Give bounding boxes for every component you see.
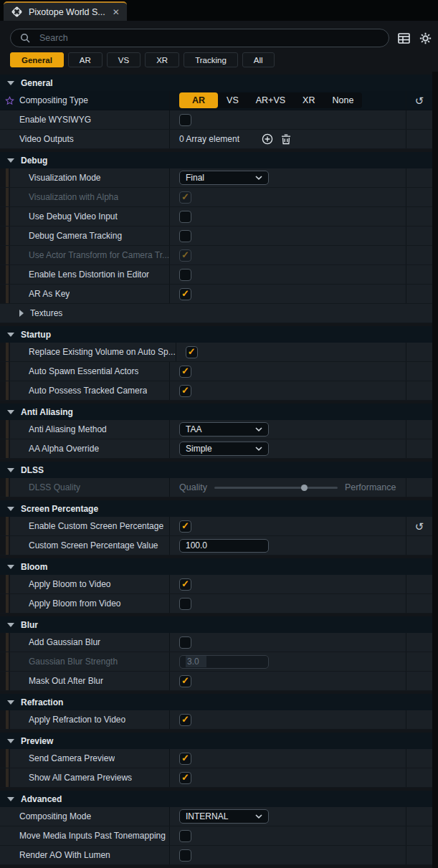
reset-cell (406, 130, 432, 148)
reset-cell: ↺ (406, 91, 432, 110)
value-cell: ✓ (170, 768, 406, 787)
document-tab[interactable]: Pixotope World S... ✕ (4, 1, 127, 21)
label-cell: Send Camera Preview (10, 749, 170, 768)
reset-to-default-icon[interactable]: ↺ (415, 95, 424, 106)
segment-ar[interactable]: AR (179, 92, 218, 108)
checkbox[interactable] (179, 211, 191, 223)
checkbox[interactable]: ✓ (179, 385, 191, 397)
label-cell: Apply Bloom from Video (10, 594, 170, 613)
chevron-down-icon (7, 410, 14, 414)
delete-elements-icon[interactable] (278, 131, 294, 147)
check-icon: ✓ (181, 715, 189, 724)
filter-button-general[interactable]: General (10, 52, 64, 67)
dropdown-compositing-mode[interactable]: INTERNAL (179, 809, 269, 824)
checkbox[interactable] (179, 598, 191, 610)
section-header-dlss[interactable]: DLSS (0, 462, 432, 478)
section-header-advanced[interactable]: Advanced (0, 791, 432, 807)
section-header-bloom[interactable]: Bloom (0, 558, 432, 575)
reset-cell (406, 188, 432, 206)
search-box[interactable] (10, 29, 389, 47)
checkbox[interactable]: ✓ (179, 366, 191, 378)
slider-thumb[interactable] (301, 485, 308, 491)
details-view-icon[interactable] (396, 31, 411, 45)
segment-none[interactable]: None (323, 92, 362, 108)
chevron-down-icon (7, 739, 14, 743)
row-show-all-camera-previews: Show All Camera Previews✓ (0, 768, 432, 788)
checkbox[interactable]: ✓ (179, 714, 191, 726)
checkbox[interactable] (179, 849, 191, 862)
segment-ar-vs[interactable]: AR+VS (247, 92, 294, 108)
reset-cell (406, 594, 432, 613)
row-gaussian-blur-strength: Gaussian Blur Strength3.0 (0, 652, 432, 672)
reset-cell (406, 343, 432, 361)
checkbox[interactable]: ✓ (179, 772, 191, 784)
value-cell: ✓ (170, 575, 406, 593)
section-header-anti-aliasing[interactable]: Anti Aliasing (0, 404, 432, 420)
filter-button-all[interactable]: All (242, 52, 275, 67)
filter-button-vs[interactable]: VS (107, 52, 141, 67)
input-value: 100.0 (186, 540, 207, 550)
section-header-general[interactable]: General (0, 75, 432, 91)
segment-xr[interactable]: XR (294, 92, 323, 108)
scrollbar[interactable] (432, 72, 438, 868)
indent-rail (0, 381, 10, 400)
checkbox[interactable]: ✓ (179, 753, 191, 765)
add-element-icon[interactable] (260, 131, 275, 147)
section-screen-percentage: Screen PercentageEnable Custom Screen Pe… (0, 500, 438, 555)
checkbox[interactable] (179, 230, 191, 242)
label-cell: Visualization Mode (10, 168, 170, 187)
filter-button-ar[interactable]: AR (68, 52, 103, 67)
label-cell: Custom Screen Percentage Value (10, 536, 170, 555)
value-cell: 3.0 (170, 652, 406, 671)
dropdown-visualization-mode[interactable]: Final (179, 171, 269, 185)
indent-rail (0, 575, 10, 593)
row-compositing-mode: Compositing ModeINTERNAL (0, 807, 432, 826)
reset-cell: ↺ (406, 517, 432, 535)
label-cell: Add Gaussian Blur (10, 633, 170, 652)
dropdown-anti-aliasing-method[interactable]: TAA (179, 422, 269, 437)
checkbox[interactable] (179, 114, 191, 126)
checkbox[interactable]: ✓ (179, 675, 191, 687)
row-aa-alpha-override: AA Alpha OverrideSimple (0, 439, 432, 459)
subsection-textures[interactable]: Textures (0, 304, 432, 323)
value-cell: ✓ (170, 362, 406, 381)
favorite-star-icon[interactable] (0, 96, 19, 105)
checkbox[interactable]: ✓ (179, 288, 191, 300)
settings-gear-icon[interactable] (418, 31, 432, 45)
section-header-debug[interactable]: Debug (0, 152, 432, 168)
section-header-screen-percentage[interactable]: Screen Percentage (0, 500, 432, 517)
value-cell: ✓ (170, 710, 406, 729)
section-header-blur[interactable]: Blur (0, 616, 432, 633)
close-icon[interactable]: ✕ (113, 7, 120, 17)
filter-button-xr[interactable]: XR (145, 52, 179, 67)
row-debug-camera-tracking: Debug Camera Tracking (0, 226, 432, 246)
checkbox[interactable] (179, 636, 191, 649)
segment-vs[interactable]: VS (218, 92, 247, 108)
label-cell: Mask Out After Blur (10, 672, 170, 690)
row-apply-bloom-to-video: Apply Bloom to Video✓ (0, 575, 432, 594)
section-header-refraction[interactable]: Refraction (0, 694, 432, 710)
filter-button-tracking[interactable]: Tracking (184, 52, 238, 67)
section-header-preview[interactable]: Preview (0, 733, 432, 749)
indent-rail (0, 710, 10, 729)
reset-to-default-icon[interactable]: ↺ (415, 521, 424, 532)
search-input[interactable] (38, 32, 381, 44)
checkbox[interactable]: ✓ (179, 578, 191, 591)
dropdown-aa-alpha-override[interactable]: Simple (179, 442, 269, 456)
value-cell: ARVSAR+VSXRNone (170, 91, 406, 110)
indent-rail (0, 633, 10, 652)
label-cell: AA Alpha Override (10, 439, 170, 458)
checkbox[interactable] (179, 269, 191, 281)
checkbox[interactable]: ✓ (186, 346, 198, 358)
checkbox[interactable] (179, 830, 191, 842)
slider[interactable] (214, 487, 338, 489)
text-input-custom-screen-percentage-value[interactable]: 100.0 (179, 539, 269, 553)
reset-cell (406, 381, 432, 400)
property-label: Apply Refraction to Video (29, 715, 125, 725)
indent-rail (0, 420, 10, 439)
reset-cell (406, 672, 432, 690)
checkbox[interactable]: ✓ (179, 520, 191, 533)
label-cell: Enable Custom Screen Percentage (10, 517, 170, 535)
reset-cell (406, 168, 432, 187)
section-header-startup[interactable]: Startup (0, 326, 432, 343)
